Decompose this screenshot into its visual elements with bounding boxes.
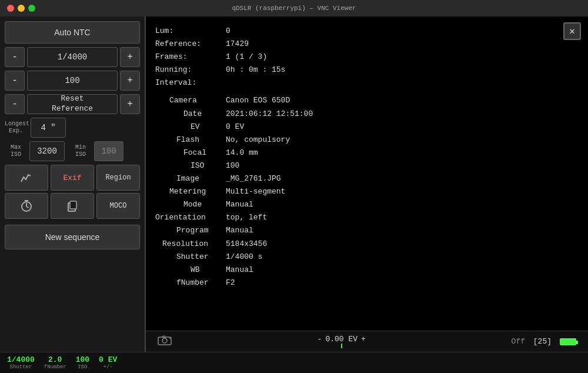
min-iso-value: 100 [94,141,123,161]
shutter-status-label: Shutter [10,364,32,370]
frames-label: Frames: [155,51,226,64]
ev-row: EV 0 EV [155,121,579,134]
iso-info-value: 100 [226,159,239,172]
iso-decrease-button[interactable]: - [5,71,25,91]
wb-label: WB [155,264,226,277]
timer-icon [20,199,33,212]
titlebar: qDSLR (raspberrypi) – VNC Viewer [0,0,588,16]
camera-icon [158,335,172,345]
ev-meter-row: - 0.00 EV + [318,335,366,344]
fnumber-value: F2 [226,277,235,289]
ev-value-display: 0.00 EV [325,335,358,344]
wb-row: WB Manual [155,264,579,277]
right-panel: ✕ Lum: 0 Reference: 17429 Frames: 1 (1 /… [146,16,588,352]
right-statusbar: - 0.00 EV + Off [25] [146,331,588,352]
minimize-button[interactable] [18,5,25,12]
ev-bar-indicator [341,344,342,348]
interval-label: Interval: [155,76,226,89]
iso-row: - 100 + [5,71,140,91]
ev-status-item: 0 EV +/- [99,355,117,370]
program-label: Program [155,224,226,237]
date-value: 2021:06:12 12:51:00 [226,108,313,121]
min-iso-label: MinISO [69,144,92,158]
close-panel-button[interactable]: ✕ [563,22,581,40]
mode-label: Mode [155,198,226,211]
copy-button[interactable] [51,193,94,219]
resolution-label: Resolution [155,238,226,251]
fnumber-label: fNumber [155,277,226,289]
shutter-decrease-button[interactable]: - [5,47,25,67]
mode-row: Mode Manual [155,198,579,211]
main-area: Auto NTC - 1/4000 + - 100 + - ResetRefer… [0,16,588,352]
new-sequence-button[interactable]: New sequence [5,225,140,249]
camera-row: Camera Canon EOS 650D [155,94,579,107]
fnumber-status-item: 2.0 fNumber [44,355,66,370]
bracket-status: [25] [533,337,552,346]
maximize-button[interactable] [28,5,35,12]
window-controls [7,5,35,12]
running-row: Running: 0h : 0m : 15s [155,64,579,76]
shutter-info-value: 1/4000 s [226,251,262,264]
max-iso-label: MaxISO [5,144,27,158]
iso-info-label: ISO [155,159,226,172]
svg-point-7 [162,338,167,343]
metering-value: Multi-segment [226,185,285,198]
flash-row: Flash No, compulsory [155,134,579,146]
shutter-status-value: 1/4000 [7,355,35,364]
iso-status-label: ISO [78,364,87,370]
image-value: _MG_2761.JPG [226,172,281,185]
shutter-increase-button[interactable]: + [120,47,140,67]
reset-ref-increase-button[interactable]: + [120,94,140,114]
orientation-label: Orientation [155,211,226,224]
reset-reference-row: - ResetReference + [5,94,140,114]
graph-icon [20,171,33,184]
iso-increase-button[interactable]: + [120,71,140,91]
shutter-value: 1/4000 [27,47,118,67]
ev-status-value: 0 EV [99,355,117,364]
date-row: Date 2021:06:12 12:51:00 [155,108,579,121]
close-button[interactable] [7,5,14,12]
metering-label: Metering [155,185,226,198]
moco-button[interactable]: MOCO [96,193,140,219]
right-status-group: Off [25] [511,337,576,346]
program-value: Manual [226,224,253,237]
orientation-row: Orientation top, left [155,211,579,224]
left-panel: Auto NTC - 1/4000 + - 100 + - ResetRefer… [0,16,146,352]
copy-icon [66,199,79,212]
fnumber-row: fNumber F2 [155,277,579,289]
region-button[interactable]: Region [96,165,140,191]
running-value: 0h : 0m : 15s [226,64,285,76]
lum-row: Lum: 0 [155,25,579,38]
iso-range-row: MaxISO 3200 MinISO 100 [5,141,140,161]
camera-value: Canon EOS 650D [226,94,290,107]
battery-icon [560,338,576,345]
reset-ref-decrease-button[interactable]: - [5,94,25,114]
iso-status-value: 100 [76,355,89,364]
interval-row: Interval: [155,76,579,89]
shutter-row: - 1/4000 + [5,47,140,67]
camera-status-icon [158,335,172,348]
graph-button[interactable] [5,165,48,191]
fnumber-status-label: fNumber [44,364,66,370]
exif-button[interactable]: Exif [51,165,94,191]
auto-ntc-button[interactable]: Auto NTC [5,21,140,44]
program-row: Program Manual [155,224,579,237]
frames-value: 1 (1 / 3) [226,51,267,64]
image-row: Image _MG_2761.JPG [155,172,579,185]
flash-label: Flash [155,134,226,146]
svg-rect-5 [70,201,76,209]
button-grid: Exif Region MOCO [5,165,140,219]
mode-value: Manual [226,198,253,211]
orientation-value: top, left [226,211,267,224]
frames-row: Frames: 1 (1 / 3) [155,51,579,64]
camera-label: Camera [155,94,226,107]
statusbar: 1/4000 Shutter 2.0 fNumber 100 ISO 0 EV … [0,352,588,373]
ev-meter: - 0.00 EV + [183,335,499,348]
reset-reference-value: ResetReference [27,94,118,114]
date-label: Date [155,108,226,121]
flash-value: No, compulsory [226,134,290,146]
longest-exp-row: Longest Exp. 4 " [5,118,140,138]
focal-value: 14.0 mm [226,146,258,159]
status-left-group: 1/4000 Shutter 2.0 fNumber 100 ISO 0 EV … [7,355,117,370]
timer-button[interactable] [5,193,48,219]
